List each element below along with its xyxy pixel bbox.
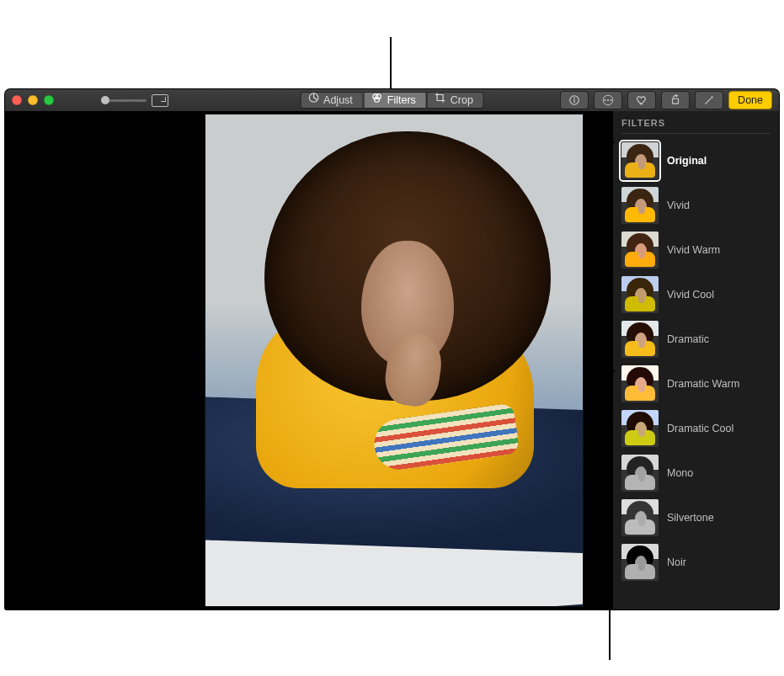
- tab-adjust[interactable]: Adjust: [300, 92, 364, 109]
- svg-point-8: [607, 99, 609, 101]
- adjust-icon: [307, 92, 319, 109]
- filter-option-label: Dramatic Warm: [667, 378, 739, 390]
- window-controls: [12, 95, 54, 105]
- filter-option[interactable]: Vivid Cool: [621, 276, 771, 313]
- svg-point-9: [611, 99, 612, 101]
- filter-option[interactable]: Mono: [621, 455, 771, 492]
- filter-thumbnail: [621, 232, 659, 269]
- svg-rect-11: [673, 98, 679, 104]
- edit-mode-tabs: Adjust Filters Cro: [300, 92, 484, 109]
- favorite-button[interactable]: [627, 91, 656, 109]
- filters-icon: [371, 92, 383, 109]
- rotate-button[interactable]: [661, 91, 690, 109]
- more-options-button[interactable]: [594, 91, 622, 109]
- filter-option-label: Original: [667, 155, 707, 167]
- filters-panel-header: FILTERS: [621, 118, 771, 134]
- tab-filters-label: Filters: [387, 93, 416, 109]
- filter-thumbnail: [621, 544, 659, 581]
- filter-thumbnail: [621, 187, 659, 224]
- zoom-fit-icon[interactable]: [152, 94, 168, 107]
- auto-enhance-button[interactable]: [695, 91, 723, 109]
- filter-thumbnail: [621, 410, 659, 447]
- minimize-window-button[interactable]: [28, 95, 38, 105]
- photos-edit-window: Adjust Filters Cro: [5, 89, 779, 609]
- filter-option[interactable]: Silvertone: [621, 499, 771, 536]
- info-button[interactable]: [560, 91, 589, 109]
- filter-option-label: Vivid Cool: [667, 289, 714, 301]
- filter-option-label: Mono: [667, 467, 693, 479]
- image-viewer[interactable]: [5, 111, 612, 609]
- close-window-button[interactable]: [12, 95, 22, 105]
- edited-photo: [205, 114, 583, 606]
- svg-point-7: [605, 99, 606, 101]
- tab-adjust-label: Adjust: [323, 93, 353, 109]
- zoom-slider-thumb[interactable]: [101, 96, 109, 104]
- filter-option[interactable]: Vivid: [621, 187, 771, 224]
- filter-option-label: Noir: [667, 556, 686, 568]
- filter-option[interactable]: Dramatic: [621, 321, 771, 358]
- filter-option[interactable]: Dramatic Warm: [621, 365, 771, 402]
- filter-thumbnail: [621, 365, 659, 402]
- filter-option-label: Vivid: [667, 200, 690, 211]
- filter-thumbnail: [621, 321, 659, 358]
- done-button[interactable]: Done: [728, 91, 772, 109]
- zoom-slider[interactable]: [101, 94, 168, 107]
- tab-crop-label: Crop: [451, 93, 473, 109]
- toolbar-right: Done: [560, 91, 772, 109]
- tab-filters[interactable]: Filters: [364, 92, 427, 109]
- window-titlebar: Adjust Filters Cro: [5, 89, 779, 112]
- filter-option[interactable]: Dramatic Cool: [621, 410, 771, 447]
- zoom-slider-track[interactable]: [101, 99, 147, 102]
- fullscreen-window-button[interactable]: [44, 95, 54, 105]
- filter-thumbnail: [621, 499, 659, 536]
- filter-option[interactable]: Vivid Warm: [621, 232, 771, 269]
- filter-option-label: Dramatic: [667, 333, 709, 345]
- svg-point-6: [574, 98, 575, 98]
- svg-point-3: [375, 97, 380, 102]
- callout-line-below-window: [609, 609, 611, 660]
- filter-thumbnail: [621, 276, 659, 313]
- filter-option-label: Dramatic Cool: [667, 423, 733, 434]
- filters-list: OriginalVividVivid WarmVivid CoolDramati…: [621, 142, 771, 581]
- callout-bracket-lower: [603, 372, 610, 609]
- done-button-label: Done: [738, 94, 763, 106]
- filter-thumbnail: [621, 455, 659, 492]
- crop-icon: [435, 92, 446, 109]
- filter-option[interactable]: Original: [621, 142, 771, 179]
- filters-sidebar: FILTERS OriginalVividVivid WarmVivid Coo…: [612, 111, 779, 609]
- filter-option[interactable]: Noir: [621, 544, 771, 581]
- filter-thumbnail: [621, 142, 659, 179]
- filter-option-label: Vivid Warm: [667, 244, 720, 256]
- tab-crop[interactable]: Crop: [427, 92, 484, 109]
- filter-option-label: Silvertone: [667, 512, 714, 524]
- callout-bracket-upper: [608, 141, 615, 372]
- callout-line-to-filters-tab: [390, 37, 392, 89]
